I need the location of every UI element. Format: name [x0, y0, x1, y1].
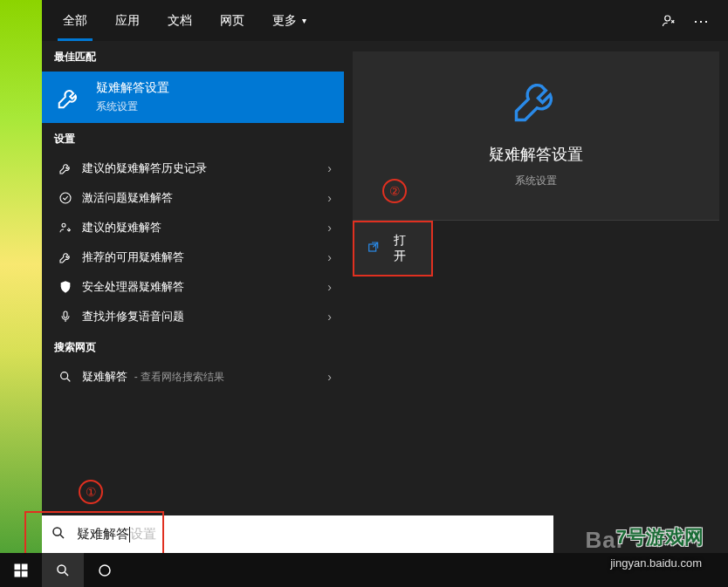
annotation-step-2: ②	[382, 179, 407, 203]
tab-more[interactable]: 更多▾	[258, 0, 320, 41]
chevron-right-icon: ›	[327, 310, 332, 324]
svg-rect-10	[22, 570, 28, 577]
search-box[interactable]: 疑难解答设置	[42, 515, 553, 553]
best-match-subtitle: 系统设置	[96, 99, 169, 114]
wrench-icon	[54, 83, 84, 113]
svg-point-11	[58, 565, 65, 573]
chevron-down-icon: ▾	[302, 16, 306, 25]
tab-all[interactable]: 全部	[49, 0, 101, 41]
settings-item[interactable]: 推荐的可用疑难解答 ›	[42, 242, 344, 272]
chevron-right-icon: ›	[327, 280, 332, 294]
results-main: 最佳匹配 疑难解答设置 系统设置 设置 建议的疑难解答历史记录 › 激活问题疑难…	[42, 41, 728, 553]
tab-label: 应用	[115, 13, 140, 29]
check-circle-icon	[54, 191, 77, 205]
open-button[interactable]: 打开	[354, 222, 431, 275]
tab-apps[interactable]: 应用	[101, 0, 154, 41]
section-search-web: 搜索网页	[42, 331, 344, 362]
chevron-right-icon: ›	[327, 161, 332, 175]
chevron-right-icon: ›	[327, 191, 332, 205]
svg-rect-3	[64, 311, 67, 317]
annotation-red-box: 打开	[353, 221, 433, 276]
list-label: 建议的疑难解答	[77, 220, 327, 235]
web-item-container: 疑难解答 - 查看网络搜索结果	[77, 369, 327, 385]
settings-item[interactable]: 安全处理器疑难解答 ›	[42, 272, 344, 302]
svg-point-1	[60, 193, 71, 203]
desktop-strip	[0, 0, 42, 553]
tab-label: 网页	[220, 13, 244, 29]
taskbar	[0, 553, 728, 587]
web-item-label: 疑难解答	[82, 370, 127, 383]
wrench-icon	[54, 250, 77, 264]
list-label: 激活问题疑难解答	[77, 190, 327, 206]
svg-rect-8	[22, 563, 28, 570]
settings-item[interactable]: 建议的疑难解答历史记录 ›	[42, 154, 344, 183]
svg-point-4	[61, 372, 68, 379]
search-ghost-text: 设置	[130, 526, 156, 543]
list-label: 安全处理器疑难解答	[77, 279, 327, 295]
microphone-icon	[54, 310, 77, 324]
start-button[interactable]	[0, 553, 42, 587]
chevron-right-icon: ›	[327, 221, 332, 235]
list-label: 推荐的可用疑难解答	[77, 249, 327, 265]
settings-item[interactable]: 查找并修复语音问题 ›	[42, 302, 344, 331]
best-match-item[interactable]: 疑难解答设置 系统设置	[42, 72, 344, 123]
list-label: 建议的疑难解答历史记录	[77, 160, 327, 176]
section-best-match: 最佳匹配	[42, 41, 344, 72]
svg-rect-9	[15, 570, 21, 577]
svg-point-6	[53, 528, 61, 536]
list-label: 查找并修复语音问题	[77, 309, 327, 324]
more-options-icon[interactable]: ⋯	[691, 11, 711, 31]
shield-icon	[54, 280, 77, 294]
settings-item[interactable]: 建议的疑难解答 ›	[42, 213, 344, 242]
annotation-step-1: ①	[79, 480, 103, 504]
search-panel: 全部 应用 文档 网页 更多▾ ⋯ 最佳匹配 疑难解答设置 系统设置	[42, 0, 728, 553]
tab-label: 更多	[272, 13, 297, 29]
web-search-item[interactable]: 疑难解答 - 查看网络搜索结果 ›	[42, 362, 344, 392]
search-typed-text: 疑难解答	[77, 526, 129, 543]
svg-point-12	[100, 565, 110, 576]
tab-label: 文档	[168, 13, 192, 29]
svg-point-0	[665, 16, 670, 21]
preview-column: 疑难解答设置 系统设置 ② 打开	[344, 41, 728, 553]
preview-title: 疑难解答设置	[361, 144, 711, 165]
chevron-right-icon: ›	[327, 250, 332, 264]
web-item-suffix: - 查看网络搜索结果	[134, 371, 224, 383]
tabs-bar: 全部 应用 文档 网页 更多▾ ⋯	[42, 0, 728, 41]
preview-card: 疑难解答设置 系统设置	[353, 51, 719, 220]
cortana-button[interactable]	[84, 553, 126, 587]
search-icon	[54, 370, 77, 384]
taskbar-search-button[interactable]	[42, 553, 84, 587]
open-external-icon	[367, 241, 381, 256]
tab-docs[interactable]: 文档	[154, 0, 206, 41]
settings-item[interactable]: 激活问题疑难解答 ›	[42, 183, 344, 213]
section-settings: 设置	[42, 123, 344, 154]
chevron-right-icon: ›	[327, 370, 332, 384]
results-left-column: 最佳匹配 疑难解答设置 系统设置 设置 建议的疑难解答历史记录 › 激活问题疑难…	[42, 41, 344, 553]
tab-label: 全部	[63, 13, 87, 29]
best-match-title: 疑难解答设置	[96, 80, 169, 96]
open-label: 打开	[394, 233, 417, 264]
svg-rect-7	[15, 563, 21, 570]
wrench-icon	[54, 161, 77, 175]
search-icon	[51, 525, 66, 544]
feedback-icon[interactable]	[660, 11, 679, 31]
person-wrench-icon	[54, 221, 77, 235]
preview-subtitle: 系统设置	[361, 174, 711, 188]
tab-web[interactable]: 网页	[206, 0, 258, 41]
svg-point-2	[62, 223, 65, 227]
wrench-icon	[510, 74, 562, 126]
